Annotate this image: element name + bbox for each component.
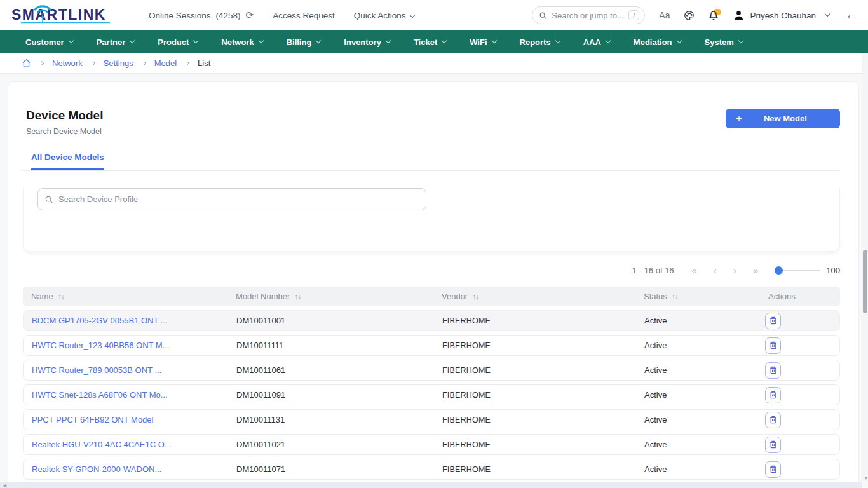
notifications-bell-icon[interactable] <box>709 10 719 21</box>
model-name-link[interactable]: BDCM GP1705-2GV 0055B1 ONT ... <box>32 316 236 325</box>
delete-button[interactable] <box>765 313 781 329</box>
model-name-link[interactable]: Realtek HGU-V210-4AC 4CAE1C O... <box>32 440 236 449</box>
nav-item-mediation[interactable]: Mediation <box>634 37 681 47</box>
page-size-slider[interactable]: 100 <box>775 266 840 275</box>
table-row[interactable]: HWTC Router_123 40BB56 ONT M... DM100111… <box>23 335 840 356</box>
home-icon[interactable] <box>22 58 31 68</box>
delete-button[interactable] <box>765 337 781 354</box>
model-name-link[interactable]: PPCT PPCT 64FB92 ONT Model <box>32 415 236 424</box>
new-model-button[interactable]: + New Model <box>726 109 840 128</box>
nav-item-product[interactable]: Product <box>158 37 198 47</box>
nav-item-system[interactable]: System <box>705 37 743 47</box>
model-name-link[interactable]: Realtek SY-GPON-2000-WADON... <box>32 464 236 474</box>
vertical-scrollbar-thumb[interactable] <box>863 250 867 313</box>
quick-actions-menu[interactable]: Quick Actions <box>354 11 414 20</box>
smartlink-logo[interactable]: SMARTLINK <box>6 1 116 29</box>
model-name-link[interactable]: HWTC Router_789 00053B ONT ... <box>32 365 236 375</box>
quick-actions-label: Quick Actions <box>354 11 406 20</box>
breadcrumb-network[interactable]: Network <box>52 58 83 68</box>
page-size-value: 100 <box>826 266 840 275</box>
scroll-left-icon[interactable]: ◄ <box>2 482 8 488</box>
trash-icon <box>770 316 777 325</box>
page-heading: Device Model Search Device Model <box>26 109 103 136</box>
nav-item-customer[interactable]: Customer <box>25 37 73 47</box>
delete-button[interactable] <box>765 412 781 428</box>
trash-icon <box>770 465 777 473</box>
nav-item-inventory[interactable]: Inventory <box>344 37 390 47</box>
page-subtitle: Search Device Model <box>26 127 103 136</box>
chevron-down-icon <box>491 38 496 43</box>
table-row[interactable]: Realtek HGU-V210-4AC 4CAE1C O... DM10011… <box>23 434 840 455</box>
chevron-down-icon <box>442 38 447 43</box>
nav-item-network[interactable]: Network <box>221 37 262 47</box>
horizontal-scrollbar[interactable]: ◄ <box>0 482 862 488</box>
user-name: Priyesh Chauhan <box>750 11 816 20</box>
delete-button[interactable] <box>765 362 781 379</box>
nav-item-partner[interactable]: Partner <box>97 37 135 47</box>
vendor-cell: FIBERHOME <box>442 440 644 449</box>
delete-button[interactable] <box>765 461 781 478</box>
nav-item-wifi[interactable]: WiFi <box>470 37 496 47</box>
refresh-icon[interactable]: ⟳ <box>246 10 254 21</box>
scroll-down-icon[interactable]: ▾ <box>864 475 867 481</box>
online-sessions-label: Online Sessions <box>149 11 211 20</box>
svg-text:SMARTLINK: SMARTLINK <box>11 6 106 23</box>
table-row[interactable]: PPCT PPCT 64FB92 ONT Model DM10011131 FI… <box>23 409 840 430</box>
prev-page-icon[interactable]: ‹ <box>714 266 717 275</box>
collapse-arrow-icon[interactable]: ← <box>846 9 857 22</box>
page-title: Device Model <box>26 109 103 123</box>
pagination-range: 1 - 16 of 16 <box>632 266 674 275</box>
sort-icon[interactable]: ↑↓ <box>58 292 64 301</box>
table-row[interactable]: Realtek SY-GPON-2000-WADON... DM10011071… <box>23 459 840 480</box>
chevron-down-icon <box>193 38 198 43</box>
nav-item-aaa[interactable]: AAA <box>583 37 610 47</box>
theme-palette-icon[interactable] <box>684 10 695 21</box>
trash-icon <box>770 416 777 424</box>
sort-icon[interactable]: ↑↓ <box>294 292 301 301</box>
nav-item-reports[interactable]: Reports <box>520 37 560 47</box>
vendor-cell: FIBERHOME <box>442 391 644 400</box>
pagination: 1 - 16 of 16 « ‹ › » 100 <box>23 266 840 275</box>
chevron-down-icon <box>68 38 73 43</box>
slider-track[interactable] <box>783 270 820 271</box>
search-icon <box>44 195 53 204</box>
table-row[interactable]: BDCM GP1705-2GV 0055B1 ONT ... DM1001100… <box>23 310 840 331</box>
chevron-down-icon <box>409 12 414 17</box>
next-page-icon[interactable]: › <box>733 266 736 275</box>
vendor-cell: FIBERHOME <box>442 341 644 350</box>
chevron-down-icon <box>316 38 321 43</box>
delete-button[interactable] <box>765 387 781 403</box>
model-name-link[interactable]: HWTC Snet-128s A68F06 ONT Mo... <box>32 390 236 400</box>
sort-icon[interactable]: ↑↓ <box>672 292 678 301</box>
breadcrumb-settings[interactable]: Settings <box>104 58 133 68</box>
device-search-input[interactable] <box>58 194 419 204</box>
first-page-icon[interactable]: « <box>692 266 697 275</box>
font-size-toggle[interactable]: Aa <box>659 10 670 20</box>
model-number-cell: DM10011021 <box>236 440 442 449</box>
breadcrumb-model[interactable]: Model <box>154 58 177 68</box>
access-request-link[interactable]: Access Request <box>273 11 335 20</box>
chevron-down-icon <box>738 38 743 43</box>
status-cell: Active <box>644 365 769 375</box>
vertical-scrollbar[interactable]: ▾ <box>862 53 868 482</box>
status-cell: Active <box>644 316 769 325</box>
trash-icon <box>770 440 777 449</box>
table-row[interactable]: HWTC Router_789 00053B ONT ... DM1001106… <box>23 360 840 381</box>
vendor-cell: FIBERHOME <box>442 316 644 325</box>
model-name-link[interactable]: HWTC Router_123 40BB56 ONT M... <box>32 341 236 350</box>
chevron-down-icon <box>130 38 135 43</box>
last-page-icon[interactable]: » <box>753 266 758 275</box>
device-model-table: Name↑↓ Model Number↑↓ Vendor↑↓ Status↑↓ … <box>23 287 840 488</box>
device-search-field[interactable] <box>37 188 426 210</box>
vendor-cell: FIBERHOME <box>442 416 644 424</box>
delete-button[interactable] <box>765 437 781 453</box>
online-sessions-count: (4258) <box>216 11 241 20</box>
nav-item-billing[interactable]: Billing <box>287 37 321 47</box>
table-row[interactable]: HWTC Snet-128s A68F06 ONT Mo... DM100110… <box>23 384 840 405</box>
sort-icon[interactable]: ↑↓ <box>472 292 478 301</box>
nav-item-ticket[interactable]: Ticket <box>414 37 446 47</box>
global-search-input[interactable]: Search or jump to... / <box>532 6 645 24</box>
tab-all-device-models[interactable]: All Device Models <box>31 152 104 170</box>
slider-handle[interactable] <box>775 266 783 274</box>
user-menu[interactable]: Priyesh Chauhan <box>733 10 829 22</box>
